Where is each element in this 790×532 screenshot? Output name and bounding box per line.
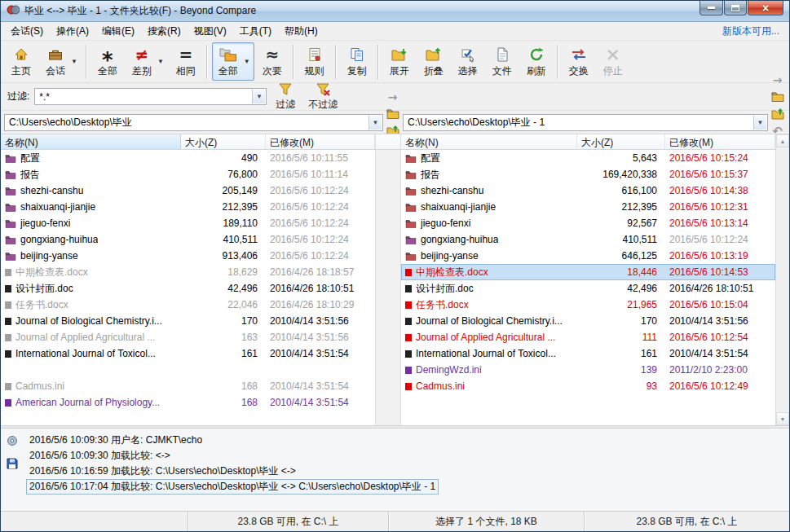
maximize-button[interactable] xyxy=(724,1,747,15)
file-size: 18,446 xyxy=(577,264,665,280)
file-name: 中期检查表.docx xyxy=(416,266,488,279)
table-row[interactable]: 任务书.docx22,0462016/4/26 18:10:29 xyxy=(1,297,375,313)
file-modified: 2016/5/6 10:12:24 xyxy=(665,231,775,248)
minimize-button[interactable] xyxy=(700,1,723,15)
new-version-link[interactable]: 新版本可用... xyxy=(722,24,786,38)
table-row[interactable]: gongxiang-huihua410,5112016/5/6 10:12:24 xyxy=(1,231,375,248)
scroll-up-icon[interactable]: ▲ xyxy=(776,134,789,147)
titlebar[interactable]: 毕业 <--> 毕业 - 1 - 文件夹比较(F) - Beyond Compa… xyxy=(1,1,789,22)
menu-help[interactable]: 帮助(H) xyxy=(278,22,324,41)
chevron-down-icon[interactable]: ▼ xyxy=(242,58,252,65)
table-row[interactable]: shaixuanqi-jianjie212,3952016/5/6 10:12:… xyxy=(1,199,375,215)
column-header-name[interactable]: 名称(N) xyxy=(401,134,577,149)
file-modified: 2016/5/6 10:14:38 xyxy=(665,182,775,199)
equal-icon: = xyxy=(179,45,192,64)
right-goto-button[interactable]: → xyxy=(769,71,786,88)
menu-tools[interactable]: 工具(T) xyxy=(233,22,278,41)
folder-icon xyxy=(5,219,16,228)
left-goto-button[interactable]: → xyxy=(384,88,401,105)
sessions-button[interactable]: 会话▼ xyxy=(39,42,82,81)
file-name-cell: jieguo-fenxi xyxy=(1,215,181,231)
table-row[interactable]: shaixuanqi-jianjie212,3952016/5/6 10:12:… xyxy=(401,199,775,215)
table-row[interactable]: International Journal of Toxicol...16120… xyxy=(1,345,375,362)
menu-search[interactable]: 搜索(R) xyxy=(141,22,188,41)
table-row[interactable]: 中期检查表.docx18,4462016/5/6 10:14:53 xyxy=(401,264,775,280)
scroll-down-icon[interactable]: ▼ xyxy=(776,412,789,425)
menu-view[interactable]: 视图(V) xyxy=(188,22,233,41)
file-name-cell: beijing-yanse xyxy=(401,248,577,264)
log-icon[interactable] xyxy=(6,434,19,450)
save-log-icon[interactable] xyxy=(6,457,19,473)
scrollbar-track[interactable] xyxy=(776,147,789,412)
table-row[interactable]: beijing-yanse913,4062016/5/6 10:12:24 xyxy=(1,248,375,264)
table-row[interactable]: American Journal of Physiology...1682010… xyxy=(1,394,375,411)
file-modified: 2016/5/6 10:12:24 xyxy=(266,248,375,264)
table-row[interactable]: Journal of Biological Chemistry.i...1702… xyxy=(1,313,375,329)
file-name-cell: American Journal of Physiology... xyxy=(1,394,181,411)
right-browse-folder-button[interactable] xyxy=(769,88,786,105)
table-row[interactable]: shezhi-canshu616,1002016/5/6 10:14:38 xyxy=(401,182,775,199)
table-row[interactable]: Cadmus.ini932016/5/6 10:12:49 xyxy=(401,378,775,394)
file-icon xyxy=(5,301,11,309)
column-header-name[interactable]: 名称(N) xyxy=(1,134,181,149)
menu-edit[interactable]: 编辑(E) xyxy=(95,22,141,41)
all-files-button[interactable]: 全部▼ xyxy=(212,42,254,81)
table-row[interactable]: beijing-yanse646,1252016/5/6 10:13:19 xyxy=(401,248,775,264)
file-name-cell xyxy=(401,394,577,411)
left-browse-folder-button[interactable] xyxy=(384,105,401,122)
table-row[interactable]: Journal of Applied Agricultural ...11120… xyxy=(401,329,775,345)
table-row[interactable]: shezhi-canshu205,1492016/5/6 10:12:24 xyxy=(1,182,375,199)
table-row[interactable]: Cadmus.ini1682010/4/14 3:51:54 xyxy=(1,378,375,394)
chevron-down-icon[interactable]: ▼ xyxy=(156,58,166,65)
show-differences-button-body: ≠差别 xyxy=(128,45,156,78)
column-header-modified[interactable]: 已修改(M) xyxy=(266,134,375,149)
table-row[interactable]: Journal of Applied Agricultural ...16320… xyxy=(1,329,375,345)
file-modified: 2016/4/26 18:10:29 xyxy=(266,297,375,313)
file-modified: 2016/5/6 10:12:24 xyxy=(266,231,375,248)
close-button[interactable]: × xyxy=(748,1,783,15)
table-row[interactable]: 设计封面.doc42,4962016/4/26 18:10:51 xyxy=(1,280,375,297)
table-row[interactable]: 任务书.docx21,9652016/5/6 10:15:04 xyxy=(401,297,775,313)
table-row[interactable]: 中期检查表.docx18,6292016/4/26 18:18:57 xyxy=(1,264,375,280)
show-same-button[interactable]: =相同 xyxy=(170,42,202,81)
chevron-down-icon[interactable]: ▼ xyxy=(753,116,766,130)
filter-combobox[interactable]: *.* ▼ xyxy=(34,88,267,105)
table-row[interactable]: 配置5,6432016/5/6 10:15:24 xyxy=(401,150,775,166)
file-size: 616,100 xyxy=(577,182,665,199)
show-all-button[interactable]: *全部 xyxy=(91,42,124,81)
table-row[interactable] xyxy=(401,394,775,411)
file-size: 410,511 xyxy=(181,231,266,248)
left-path-combobox[interactable]: C:\Users\echo\Desktop\毕业 ▼ xyxy=(4,114,383,131)
right-parent-folder-button[interactable] xyxy=(769,105,786,122)
file-size: 168 xyxy=(181,394,266,411)
table-row[interactable]: jieguo-fenxi189,1102016/5/6 10:12:24 xyxy=(1,215,375,231)
table-row[interactable]: 报告169,420,3382016/5/6 10:15:37 xyxy=(401,166,775,182)
chevron-down-icon[interactable]: ▼ xyxy=(69,58,79,65)
left-file-list: 配置4902016/5/6 10:11:55报告76,8002016/5/6 1… xyxy=(1,150,375,425)
chevron-down-icon[interactable]: ▼ xyxy=(252,90,265,103)
table-row[interactable]: 配置4902016/5/6 10:11:55 xyxy=(1,150,375,166)
table-row[interactable]: gongxiang-huihua410,5112016/5/6 10:12:24 xyxy=(401,231,775,248)
rules-button[interactable]: 规则 xyxy=(298,42,331,81)
vertical-scrollbar[interactable]: ▲ ▼ xyxy=(775,134,789,425)
table-row[interactable]: 设计封面.doc42,4962016/4/26 18:10:51 xyxy=(401,280,775,297)
right-column-headers: 名称(N) 大小(Z) 已修改(M) xyxy=(401,134,775,150)
column-header-modified[interactable]: 已修改(M) xyxy=(665,134,775,149)
column-header-size[interactable]: 大小(Z) xyxy=(181,134,266,149)
table-row[interactable]: jieguo-fenxi92,5672016/5/6 10:13:14 xyxy=(401,215,775,231)
menu-session[interactable]: 会话(S) xyxy=(4,22,50,41)
table-row[interactable]: DemingWzd.ini1392011/2/10 2:23:00 xyxy=(401,362,775,378)
minor-button[interactable]: ≈次要 xyxy=(256,42,289,81)
show-differences-button[interactable]: ≠差别▼ xyxy=(126,42,168,81)
table-row[interactable]: 报告76,8002016/5/6 10:11:14 xyxy=(1,166,375,182)
chevron-down-icon[interactable]: ▼ xyxy=(369,116,382,130)
menu-actions[interactable]: 操作(A) xyxy=(50,22,95,41)
right-path-combobox[interactable]: C:\Users\echo\Desktop\毕业 - 1 ▼ xyxy=(403,114,768,131)
copy-button[interactable]: 复制 xyxy=(341,42,373,81)
file-icon xyxy=(405,318,412,325)
home-button[interactable]: 主页 xyxy=(5,42,38,81)
table-row[interactable] xyxy=(1,362,375,378)
table-row[interactable]: International Journal of Toxicol...16120… xyxy=(401,345,775,362)
column-header-size[interactable]: 大小(Z) xyxy=(577,134,665,149)
table-row[interactable]: Journal of Biological Chemistry.i...1702… xyxy=(401,313,775,329)
